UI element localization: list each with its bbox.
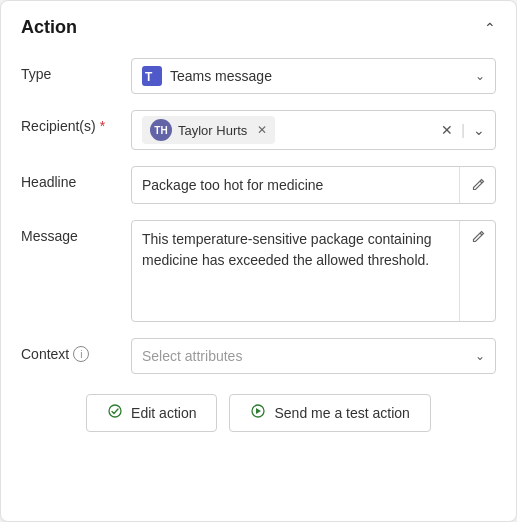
recipient-tag: TH Taylor Hurts ✕ [142,116,275,144]
headline-control [131,166,496,204]
svg-point-2 [109,405,121,417]
clear-recipients-button[interactable]: ✕ [441,122,453,138]
collapse-icon[interactable]: ⌃ [484,20,496,36]
message-row: Message This temperature-sensitive packa… [21,220,496,322]
headline-label: Headline [21,166,131,190]
type-dropdown[interactable]: T Teams message ⌄ [131,58,496,94]
context-dropdown-chevron: ⌄ [475,349,485,363]
recipient-control: TH Taylor Hurts ✕ ✕ | ⌄ [131,110,496,150]
recipients-dropdown-chevron[interactable]: ⌄ [473,122,485,138]
type-row: Type T Teams message ⌄ [21,58,496,94]
type-dropdown-chevron: ⌄ [475,69,485,83]
panel-header: Action ⌃ [21,17,496,38]
message-textarea[interactable]: This temperature-sensitive package conta… [132,221,459,321]
type-label: Type [21,58,131,82]
action-panel: Action ⌃ Type T Teams message ⌄ Recipien… [0,0,517,522]
context-control: Select attributes ⌄ [131,338,496,374]
message-edit-icon[interactable] [459,221,495,321]
context-dropdown[interactable]: Select attributes ⌄ [131,338,496,374]
message-label: Message [21,220,131,244]
teams-icon: T [142,66,162,86]
recipient-row: Recipient(s) * TH Taylor Hurts ✕ ✕ | ⌄ [21,110,496,150]
remove-recipient-button[interactable]: ✕ [257,123,267,137]
footer-buttons: Edit action Send me a test action [21,394,496,432]
context-info-icon[interactable]: i [73,346,89,362]
message-control: This temperature-sensitive package conta… [131,220,496,322]
message-textarea-wrap: This temperature-sensitive package conta… [131,220,496,322]
required-indicator: * [100,118,105,134]
context-label: Context i [21,338,131,362]
avatar: TH [150,119,172,141]
test-action-button[interactable]: Send me a test action [229,394,430,432]
recipient-label: Recipient(s) * [21,110,131,134]
test-action-icon [250,403,266,423]
recipient-name: Taylor Hurts [178,123,247,138]
context-placeholder: Select attributes [142,348,242,364]
context-row: Context i Select attributes ⌄ [21,338,496,374]
type-control: T Teams message ⌄ [131,58,496,94]
panel-title: Action [21,17,77,38]
svg-text:T: T [145,70,153,84]
headline-input-wrap [131,166,496,204]
recipient-box[interactable]: TH Taylor Hurts ✕ ✕ | ⌄ [131,110,496,150]
edit-action-button[interactable]: Edit action [86,394,217,432]
headline-row: Headline [21,166,496,204]
edit-action-icon [107,403,123,423]
headline-edit-icon[interactable] [459,167,495,203]
headline-input[interactable] [132,170,459,200]
recipient-actions: ✕ | ⌄ [441,122,485,138]
